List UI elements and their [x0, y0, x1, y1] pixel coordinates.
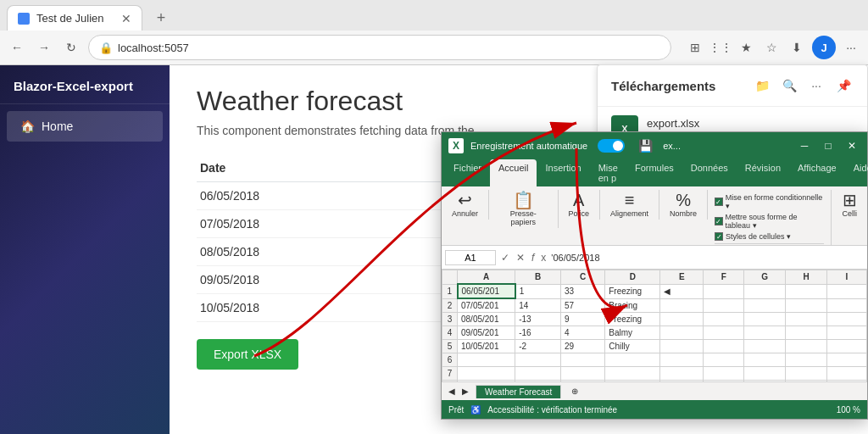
cell-1-8[interactable]: [826, 298, 866, 313]
cell-5-5[interactable]: [704, 353, 744, 367]
cell-3-0[interactable]: 09/05/201: [458, 326, 515, 340]
cell-0-1[interactable]: 1: [515, 284, 561, 298]
cell-4-0[interactable]: 10/05/201: [458, 340, 515, 353]
annuler-btn[interactable]: ↩ Annuler: [448, 190, 481, 220]
cell-2-8[interactable]: [826, 313, 866, 326]
cell-3-8[interactable]: [826, 326, 866, 340]
sidebar-item-home[interactable]: 🏠 Home: [7, 111, 163, 142]
cell-0-7[interactable]: [786, 284, 827, 298]
cell-5-6[interactable]: [744, 353, 786, 367]
cell-1-2[interactable]: 57: [561, 298, 605, 313]
tab-accueil[interactable]: Accueil: [490, 159, 537, 186]
add-sheet-btn[interactable]: ⊕: [571, 387, 578, 396]
cell-6-5[interactable]: [704, 367, 744, 381]
cell-1-0[interactable]: 07/05/201: [458, 298, 515, 313]
new-tab-button[interactable]: +: [149, 6, 173, 30]
cell-0-0[interactable]: 06/05/201: [458, 284, 515, 298]
cell-7-6[interactable]: [744, 381, 786, 382]
cell-2-0[interactable]: 08/05/201: [458, 313, 515, 326]
cell-1-4[interactable]: [660, 298, 704, 313]
back-button[interactable]: ←: [7, 37, 27, 58]
cell-5-4[interactable]: [660, 353, 704, 367]
cell-0-3[interactable]: Freezing: [605, 284, 660, 298]
col-header-h[interactable]: H: [786, 270, 827, 285]
tab-close-button[interactable]: ✕: [121, 12, 131, 25]
sheet-tab-weather[interactable]: Weather Forecast: [476, 385, 561, 398]
tab-mise-en-p[interactable]: Mise en p: [590, 159, 626, 186]
cell-4-5[interactable]: [704, 340, 744, 353]
cell-2-7[interactable]: [786, 313, 827, 326]
cell-3-6[interactable]: [744, 326, 786, 340]
tab-fichier[interactable]: Fichier: [445, 159, 490, 186]
cell-6-4[interactable]: [660, 367, 704, 381]
close-button[interactable]: ✕: [843, 137, 860, 154]
downloads-folder-btn[interactable]: 📁: [752, 75, 772, 96]
cell-4-7[interactable]: [786, 340, 827, 353]
cell-2-4[interactable]: [660, 313, 704, 326]
cell-2-1[interactable]: -13: [515, 313, 561, 326]
tab-affichage[interactable]: Affichage: [789, 159, 845, 186]
sheet-nav-left[interactable]: ◀: [448, 387, 455, 396]
cell-1-7[interactable]: [786, 298, 827, 313]
col-header-e[interactable]: E: [660, 270, 704, 285]
col-header-f[interactable]: F: [704, 270, 744, 285]
cell-6-8[interactable]: [826, 367, 866, 381]
col-header-i[interactable]: I: [826, 270, 866, 285]
autosave-toggle[interactable]: [598, 139, 625, 153]
star-btn[interactable]: ☆: [761, 37, 782, 58]
cell-5-1[interactable]: [515, 353, 561, 367]
cell-1-3[interactable]: Bracing: [605, 298, 660, 313]
cell-styles-option[interactable]: ✓ Styles de cellules ▾: [715, 232, 824, 241]
presse-papiers-btn[interactable]: 📋 Presse-papiers: [496, 190, 550, 228]
cell-7-3[interactable]: [605, 381, 660, 382]
cell-7-7[interactable]: [786, 381, 827, 382]
browser-menu-btn[interactable]: ⋮⋮: [710, 37, 731, 58]
save-icon[interactable]: 💾: [638, 139, 653, 153]
cell-5-3[interactable]: [605, 353, 660, 367]
cell-5-0[interactable]: [458, 353, 515, 367]
cell-1-5[interactable]: [704, 298, 744, 313]
cell-0-5[interactable]: [704, 284, 744, 298]
cell-6-6[interactable]: [744, 367, 786, 381]
cell-6-7[interactable]: [786, 367, 827, 381]
maximize-button[interactable]: □: [820, 137, 837, 154]
alignement-btn[interactable]: ≡ Alignement: [607, 190, 652, 220]
col-header-g[interactable]: G: [744, 270, 786, 285]
cellules-btn[interactable]: ⊞ Celli: [838, 190, 860, 220]
refresh-button[interactable]: ↻: [61, 37, 81, 58]
cell-7-2[interactable]: [561, 381, 605, 382]
sheet-nav-right[interactable]: ▶: [462, 387, 469, 396]
cell-0-2[interactable]: 33: [561, 284, 605, 298]
cell-4-4[interactable]: [660, 340, 704, 353]
forward-button[interactable]: →: [34, 37, 54, 58]
cell-7-8[interactable]: [826, 381, 866, 382]
cell-6-1[interactable]: [515, 367, 561, 381]
url-bar[interactable]: 🔒 localhost:5057: [88, 35, 671, 60]
cell-5-2[interactable]: [561, 353, 605, 367]
cell-reference-input[interactable]: [445, 250, 496, 265]
minimize-button[interactable]: ─: [796, 137, 813, 154]
police-btn[interactable]: A Police: [565, 190, 593, 220]
downloads-more-btn[interactable]: ···: [806, 75, 826, 96]
col-header-a[interactable]: A: [458, 270, 515, 285]
col-header-b[interactable]: B: [515, 270, 561, 285]
cell-3-1[interactable]: -16: [515, 326, 561, 340]
profile-button[interactable]: J: [812, 36, 836, 59]
cell-3-2[interactable]: 4: [561, 326, 605, 340]
cell-2-2[interactable]: 9: [561, 313, 605, 326]
cell-4-2[interactable]: 29: [561, 340, 605, 353]
downloads-search-btn[interactable]: 🔍: [779, 75, 799, 96]
cell-2-6[interactable]: [744, 313, 786, 326]
cell-4-3[interactable]: Chilly: [605, 340, 660, 353]
nombre-btn[interactable]: % Nombre: [666, 190, 700, 220]
table-format-option[interactable]: ✓ Mettre sous forme de tableau ▾: [715, 213, 824, 230]
cell-5-7[interactable]: [786, 353, 827, 367]
download-btn[interactable]: ⬇: [787, 37, 807, 58]
cell-4-8[interactable]: [826, 340, 866, 353]
cell-1-6[interactable]: [744, 298, 786, 313]
cell-7-1[interactable]: [515, 381, 561, 382]
cell-6-3[interactable]: [605, 367, 660, 381]
cell-1-1[interactable]: 14: [515, 298, 561, 313]
cell-3-5[interactable]: [704, 326, 744, 340]
tab-aide[interactable]: Aide: [845, 159, 868, 186]
